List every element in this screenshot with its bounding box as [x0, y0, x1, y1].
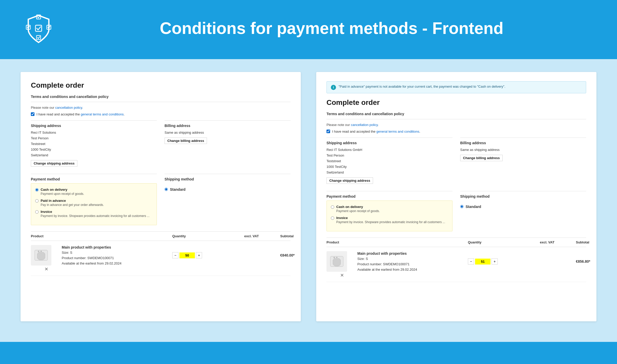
right-billing-address-block: Billing address Same as shipping address…	[460, 138, 586, 184]
left-payment-shipping-grid: Payment method Cash on delivery Payment …	[31, 171, 291, 225]
left-terms-text: I have read and accepted the general ter…	[37, 112, 125, 116]
left-radio-invoice[interactable]	[35, 210, 39, 214]
left-billing-address-label: Billing address	[165, 124, 291, 128]
page-title: Conditions for payment methods - Fronten…	[67, 19, 596, 38]
left-billing-address-block: Billing address Same as shipping address…	[165, 120, 291, 167]
right-product-image	[326, 251, 347, 272]
right-shipping-address-label: Shipping address	[326, 141, 452, 145]
left-terms-section-label: Terms and conditions and cancellation po…	[31, 95, 291, 99]
left-radio-standard[interactable]	[165, 188, 168, 191]
left-billing-address-text: Same as shipping address	[165, 130, 291, 135]
main-area: Complete order Terms and conditions and …	[0, 59, 617, 342]
left-card-title: Complete order	[31, 81, 291, 89]
left-product-table: Product Quantity excl. VAT Subtotal	[31, 231, 291, 276]
right-product-details: Main product with properties Size: S Pro…	[357, 251, 468, 272]
right-product-availability: Available at the earliest from 29.02.202…	[357, 267, 468, 272]
left-payment-option-invoice: Invoice Payment by invoice. Shopware pro…	[35, 210, 152, 218]
right-shipping-address-text: Reci IT Solutions GmbH Test Person Tests…	[326, 147, 452, 175]
right-radio-standard[interactable]	[460, 205, 464, 208]
left-shipping-method-label: Shipping method	[165, 174, 291, 181]
left-payment-option-cod: Cash on delivery Payment upon receipt of…	[35, 188, 152, 196]
right-terms-link[interactable]: general terms and conditions	[376, 130, 419, 133]
logo-icon	[21, 10, 57, 46]
right-table-header: Product Quantity excl. VAT Subtotal	[326, 238, 586, 247]
right-subtotal: €856.80*	[576, 259, 586, 263]
right-payment-option-invoice: Invoice Payment by invoice. Shopware pro…	[331, 216, 448, 224]
right-billing-address-label: Billing address	[460, 141, 586, 145]
right-terms-section-label: Terms and conditions and cancellation po…	[326, 112, 586, 116]
right-shipping-method-label: Shipping method	[460, 191, 586, 198]
left-change-shipping-link[interactable]: Change shipping address	[31, 160, 77, 167]
right-col-subtotal: Subtotal	[576, 240, 586, 244]
right-qty-input[interactable]	[475, 259, 491, 265]
left-change-billing-link[interactable]: Change billing address	[165, 138, 207, 144]
left-payment-method-label: Payment method	[31, 174, 157, 181]
left-qty-input[interactable]	[179, 252, 195, 258]
left-product-details: Main product with properties Size: S Pro…	[62, 244, 172, 266]
right-change-billing-link[interactable]: Change billing address	[460, 155, 503, 161]
svg-point-9	[336, 257, 338, 258]
right-payment-shipping-grid: Payment method Cash on delivery Payment …	[326, 188, 586, 231]
right-qty-minus[interactable]: −	[468, 258, 474, 265]
left-terms-link[interactable]: general terms and conditions	[81, 112, 124, 116]
left-table-row: Main product with properties Size: S Pro…	[31, 241, 291, 276]
left-product-number: Product number: SWDEMO100071	[62, 256, 172, 261]
right-qty-plus[interactable]: +	[492, 258, 498, 265]
left-terms-checkbox[interactable]	[31, 112, 34, 116]
right-payment-box: Cash on delivery Payment upon receipt of…	[326, 201, 452, 231]
right-info-banner: i "Paid in advance" payment is not avail…	[326, 81, 586, 93]
svg-point-7	[38, 251, 39, 252]
left-payment-box: Cash on delivery Payment upon receipt of…	[31, 183, 157, 225]
right-cancellation-link[interactable]: cancellation policy	[351, 123, 378, 127]
right-product-name: Main product with properties	[357, 251, 468, 256]
left-table-header: Product Quantity excl. VAT Subtotal	[31, 232, 291, 241]
right-info-text: "Paid in advance" payment is not availab…	[339, 85, 505, 88]
left-shipping-section: Shipping method Standard	[165, 171, 291, 225]
right-table-row: Main product with properties Size: S Pro…	[326, 247, 586, 282]
svg-point-10	[333, 257, 335, 258]
left-remove-button[interactable]: ✕	[31, 266, 62, 272]
left-qty-minus[interactable]: −	[172, 252, 178, 258]
left-shipping-standard[interactable]: Standard	[165, 187, 291, 192]
left-terms-checkbox-row: I have read and accepted the general ter…	[31, 112, 291, 116]
right-payment-section: Payment method Cash on delivery Payment …	[326, 188, 452, 231]
left-shipping-address-text: Reci IT Solutions Test Person Teststreet…	[31, 130, 157, 158]
left-subtotal: €840.00*	[280, 253, 291, 257]
left-shipping-box: Standard	[165, 183, 291, 196]
right-address-grid: Shipping address Reci IT Solutions GmbH …	[326, 138, 586, 184]
right-info-icon: i	[331, 85, 336, 90]
right-radio-invoice[interactable]	[331, 216, 334, 220]
right-payment-option-cod: Cash on delivery Payment upon receipt of…	[331, 205, 448, 213]
left-payment-option-advance: Paid in advance Pay in advance and get y…	[35, 199, 152, 207]
right-radio-cod[interactable]	[331, 205, 334, 209]
right-terms-checkbox[interactable]	[326, 130, 330, 133]
right-billing-address-text: Same as shipping address	[460, 147, 586, 153]
right-card-title: Complete order	[326, 98, 586, 107]
right-col-product: Product	[326, 240, 357, 244]
right-payment-method-label: Payment method	[326, 191, 452, 198]
left-product-image	[31, 245, 51, 266]
left-card: Complete order Terms and conditions and …	[21, 72, 301, 321]
svg-point-6	[40, 251, 42, 252]
svg-rect-4	[37, 35, 41, 40]
right-remove-button[interactable]: ✕	[326, 272, 357, 278]
left-radio-cod[interactable]	[35, 188, 39, 192]
right-product-table: Product Quantity excl. VAT Subtotal	[326, 238, 586, 282]
right-cancellation-note: Please note our cancellation policy.	[326, 122, 586, 128]
left-radio-advance[interactable]	[35, 199, 39, 203]
left-product-availability: Available at the earliest from 29.02.202…	[62, 261, 172, 266]
right-shipping-box: Standard	[460, 201, 586, 213]
left-qty-control[interactable]: − +	[172, 252, 208, 258]
left-shipping-address-block: Shipping address Reci IT Solutions Test …	[31, 120, 157, 167]
left-col-quantity: Quantity	[172, 234, 208, 238]
left-cancellation-link[interactable]: cancellation policy	[55, 106, 82, 110]
right-shipping-standard[interactable]: Standard	[460, 205, 586, 209]
right-change-shipping-link[interactable]: Change shipping address	[326, 177, 373, 184]
left-product-size: Size: S	[62, 250, 172, 256]
right-product-number: Product number: SWDEMO100071	[357, 262, 468, 267]
left-col-vat: excl. VAT	[244, 234, 280, 238]
left-address-grid: Shipping address Reci IT Solutions Test …	[31, 120, 291, 167]
left-payment-section: Payment method Cash on delivery Payment …	[31, 171, 157, 225]
right-qty-control[interactable]: − +	[468, 258, 504, 265]
left-qty-plus[interactable]: +	[196, 252, 202, 258]
